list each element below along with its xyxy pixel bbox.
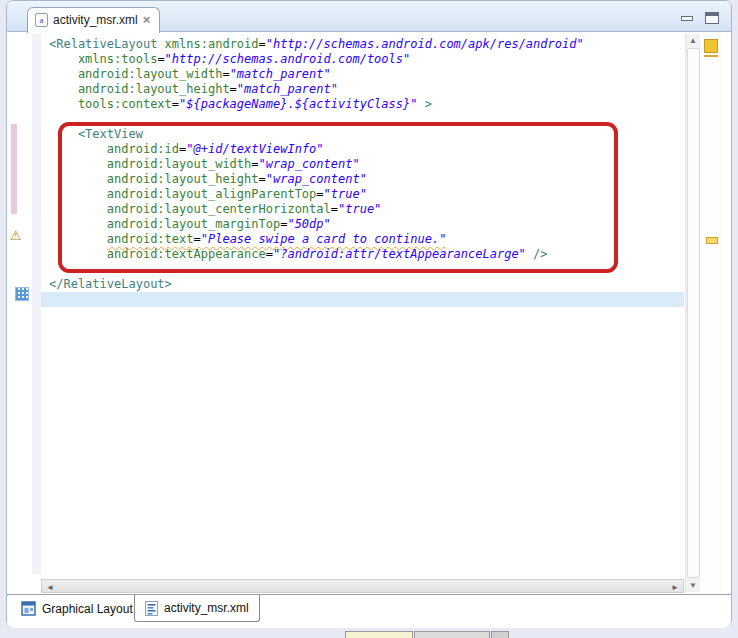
code-line[interactable]: <TextView <box>49 127 684 142</box>
warning-icon[interactable]: ⚠ <box>10 228 26 244</box>
xml-file-icon: a <box>35 13 48 27</box>
tab-activity-msr-xml[interactable]: a activity_msr.xml × <box>27 7 160 33</box>
editor-tab-bar: a activity_msr.xml × <box>7 1 731 32</box>
tab-activity-msr-xml-source[interactable]: activity_msr.xml <box>134 595 260 622</box>
scroll-up-icon[interactable]: ▲ <box>686 36 700 45</box>
editor-page-tabs: Graphical Layout activity_msr.xml <box>7 594 731 622</box>
graphical-layout-icon <box>21 601 36 616</box>
view-window-controls <box>681 12 719 24</box>
code-line[interactable]: android:layout_centerHorizontal="true" <box>49 202 684 217</box>
code-line[interactable]: android:layout_height="match_parent" <box>49 82 684 97</box>
minimize-icon[interactable] <box>681 16 693 21</box>
code-line-cursor[interactable] <box>41 292 684 307</box>
statusbar-fragment <box>414 631 490 638</box>
code-line[interactable]: android:id="@+id/textViewInfo" <box>49 142 684 157</box>
code-line[interactable]: android:layout_width="wrap_content" <box>49 157 684 172</box>
statusbar-fragment <box>345 631 413 638</box>
code-line[interactable]: android:layout_height="wrap_content" <box>49 172 684 187</box>
code-lines[interactable]: <RelativeLayout xmlns:android="http://sc… <box>41 37 684 577</box>
code-line[interactable]: android:layout_marginTop="50dp" <box>49 217 684 232</box>
editor-body: ⚠ <RelativeLayout xmlns:android="http://… <box>7 32 731 628</box>
scroll-right-icon[interactable]: ► <box>671 583 679 592</box>
code-line[interactable]: android:textAppearance="?android:attr/te… <box>49 247 684 262</box>
code-line[interactable] <box>49 112 684 127</box>
statusbar-fragment <box>491 631 509 638</box>
page-tab-label: Graphical Layout <box>42 602 133 616</box>
range-indicator-column <box>32 34 41 574</box>
code-line[interactable]: <RelativeLayout xmlns:android="http://sc… <box>49 37 684 52</box>
code-line[interactable]: tools:context="${packageName}.${activity… <box>49 97 684 112</box>
vertical-scrollbar-thumb[interactable] <box>687 48 700 578</box>
page-tab-label: activity_msr.xml <box>164 601 249 615</box>
editor-frame: a activity_msr.xml × ⚠ <RelativeLayout x… <box>6 0 732 628</box>
tab-title: activity_msr.xml <box>53 13 138 27</box>
changed-lines-bar <box>11 124 17 214</box>
code-line[interactable]: </RelativeLayout> <box>49 277 684 292</box>
tab-graphical-layout[interactable]: Graphical Layout <box>11 595 143 622</box>
scroll-left-icon[interactable]: ◄ <box>46 583 54 592</box>
code-line[interactable] <box>49 262 684 277</box>
vertical-scrollbar[interactable]: ▲ ▼ <box>685 34 700 592</box>
overview-warning-marker[interactable] <box>706 237 718 244</box>
left-ruler: ⚠ <box>7 32 41 578</box>
overview-ruler <box>701 34 723 592</box>
horizontal-scrollbar[interactable]: ◄ ► <box>41 579 684 593</box>
code-line[interactable]: android:layout_width="match_parent" <box>49 67 684 82</box>
xml-source-icon <box>145 601 158 616</box>
maximize-icon[interactable] <box>705 12 719 24</box>
code-line[interactable]: xmlns:tools="http://schemas.android.com/… <box>49 52 684 67</box>
close-icon[interactable]: × <box>143 14 151 26</box>
code-line[interactable]: android:layout_alignParentTop="true" <box>49 187 684 202</box>
scroll-down-icon[interactable]: ▼ <box>686 581 700 590</box>
code-line[interactable]: android:text="Please swipe a card to con… <box>49 232 684 247</box>
selected-annotation-marker <box>15 287 29 301</box>
overview-warning-header-icon[interactable] <box>704 39 718 53</box>
